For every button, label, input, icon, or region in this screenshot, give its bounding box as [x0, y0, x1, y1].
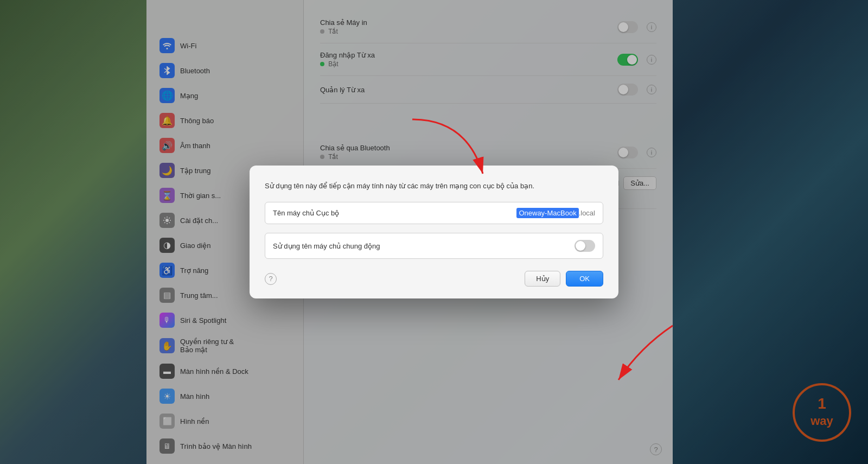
modal-field-row: Tên máy chủ Cục bộ Oneway-MacBook .local: [265, 202, 603, 224]
modal-field-value-container: Oneway-MacBook .local: [516, 208, 595, 218]
modal-ok-button[interactable]: OK: [566, 271, 603, 287]
modal-toggle-row: Sử dụng tên máy chủ chung động: [265, 233, 603, 259]
modal-buttons: ? Hủy OK: [265, 271, 603, 287]
modal-field-label: Tên máy chủ Cục bộ: [273, 209, 516, 217]
modal-cancel-button[interactable]: Hủy: [525, 271, 560, 287]
modal-hostname-suffix: .local: [579, 209, 595, 217]
modal-description: Sử dụng tên này để tiếp cận máy tính này…: [265, 181, 603, 192]
modal-overlay: Sử dụng tên này để tiếp cận máy tính này…: [0, 0, 868, 464]
modal-toggle-switch[interactable]: [575, 240, 595, 252]
modal-help-button[interactable]: ?: [265, 273, 277, 285]
hostname-dialog: Sử dụng tên này để tiếp cận máy tính này…: [250, 166, 618, 299]
modal-toggle-label: Sử dụng tên máy chủ chung động: [273, 242, 575, 250]
modal-hostname-value[interactable]: Oneway-MacBook: [516, 208, 578, 218]
